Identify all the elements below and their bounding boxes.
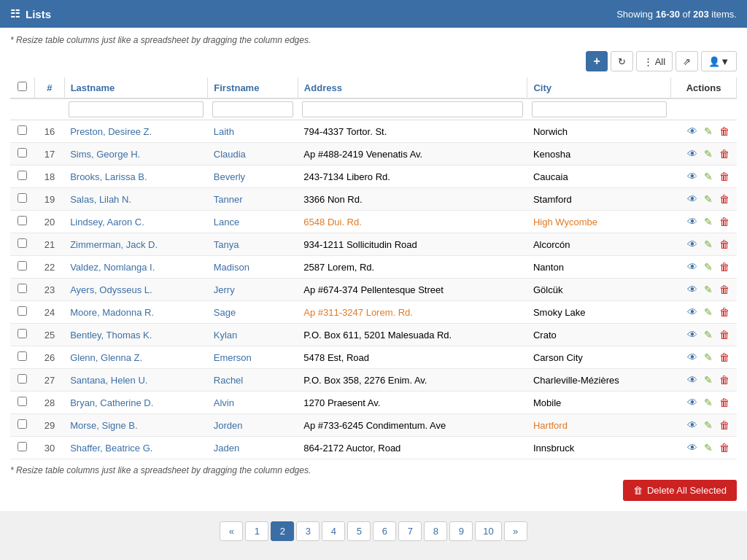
pagination-page-5[interactable]: 5 bbox=[347, 521, 371, 541]
filter-firstname-cell[interactable] bbox=[208, 98, 298, 120]
view-icon[interactable]: 👁 bbox=[686, 328, 699, 341]
pagination-page-1[interactable]: 1 bbox=[245, 521, 268, 541]
edit-icon[interactable]: ✎ bbox=[703, 283, 714, 296]
view-icon[interactable]: 👁 bbox=[686, 147, 699, 160]
row-checkbox[interactable] bbox=[18, 284, 27, 293]
city-filter-input[interactable] bbox=[532, 101, 667, 117]
row-lastname[interactable]: Brooks, Larissa B. bbox=[64, 166, 208, 188]
row-lastname[interactable]: Preston, Desiree Z. bbox=[64, 120, 208, 143]
pagination-page-8[interactable]: 8 bbox=[424, 521, 447, 541]
filter-address-cell[interactable] bbox=[298, 98, 527, 120]
delete-icon[interactable]: 🗑 bbox=[718, 215, 731, 228]
edit-icon[interactable]: ✎ bbox=[703, 147, 714, 160]
row-firstname[interactable]: Tanya bbox=[208, 233, 298, 256]
row-firstname[interactable]: Alvin bbox=[208, 392, 298, 414]
row-checkbox[interactable] bbox=[18, 306, 27, 316]
row-checkbox[interactable] bbox=[18, 419, 27, 429]
row-lastname[interactable]: Santana, Helen U. bbox=[64, 369, 208, 392]
row-checkbox[interactable] bbox=[18, 374, 27, 384]
edit-icon[interactable]: ✎ bbox=[703, 238, 714, 251]
delete-icon[interactable]: 🗑 bbox=[718, 192, 731, 206]
view-icon[interactable]: 👁 bbox=[686, 170, 699, 183]
delete-icon[interactable]: 🗑 bbox=[718, 396, 731, 409]
row-lastname[interactable]: Morse, Signe B. bbox=[64, 414, 208, 437]
row-firstname[interactable]: Claudia bbox=[208, 143, 298, 166]
delete-icon[interactable]: 🗑 bbox=[718, 351, 731, 364]
view-icon[interactable]: 👁 bbox=[686, 125, 699, 138]
pagination-prev[interactable]: « bbox=[220, 521, 243, 541]
filter-lastname-cell[interactable] bbox=[64, 98, 208, 120]
delete-icon[interactable]: 🗑 bbox=[718, 306, 731, 319]
row-firstname[interactable]: Madison bbox=[208, 256, 298, 279]
row-checkbox[interactable] bbox=[18, 148, 27, 158]
edit-icon[interactable]: ✎ bbox=[703, 125, 714, 138]
row-lastname[interactable]: Zimmerman, Jack D. bbox=[64, 233, 208, 256]
delete-icon[interactable]: 🗑 bbox=[718, 125, 731, 138]
delete-icon[interactable]: 🗑 bbox=[718, 170, 731, 183]
delete-icon[interactable]: 🗑 bbox=[718, 441, 731, 454]
address-filter-input[interactable] bbox=[302, 101, 523, 117]
refresh-button[interactable]: ↻ bbox=[611, 51, 633, 71]
pagination-page-10[interactable]: 10 bbox=[475, 521, 501, 541]
row-firstname[interactable]: Jaden bbox=[208, 437, 298, 459]
view-icon[interactable]: 👁 bbox=[686, 373, 699, 386]
select-all-checkbox[interactable] bbox=[18, 82, 27, 91]
row-firstname[interactable]: Jerry bbox=[208, 279, 298, 301]
row-lastname[interactable]: Glenn, Glenna Z. bbox=[64, 346, 208, 369]
user-menu-button[interactable]: 👤▼ bbox=[701, 51, 737, 71]
delete-icon[interactable]: 🗑 bbox=[718, 373, 731, 386]
edit-icon[interactable]: ✎ bbox=[703, 351, 714, 364]
row-checkbox[interactable] bbox=[18, 216, 27, 225]
row-firstname[interactable]: Sage bbox=[208, 301, 298, 324]
delete-all-button[interactable]: 🗑 Delete All Selected bbox=[623, 480, 737, 501]
view-icon[interactable]: 👁 bbox=[686, 396, 699, 409]
row-checkbox[interactable] bbox=[18, 329, 27, 338]
row-checkbox[interactable] bbox=[18, 238, 27, 248]
lastname-filter-input[interactable] bbox=[69, 101, 204, 117]
pagination-page-6[interactable]: 6 bbox=[373, 521, 396, 541]
edit-icon[interactable]: ✎ bbox=[703, 328, 714, 341]
row-lastname[interactable]: Bryan, Catherine D. bbox=[64, 392, 208, 414]
pagination-page-9[interactable]: 9 bbox=[449, 521, 473, 541]
firstname-filter-input[interactable] bbox=[212, 101, 294, 117]
delete-icon[interactable]: 🗑 bbox=[718, 328, 731, 341]
view-icon[interactable]: 👁 bbox=[686, 283, 699, 296]
delete-icon[interactable]: 🗑 bbox=[718, 419, 731, 432]
row-checkbox[interactable] bbox=[18, 261, 27, 271]
row-address[interactable]: Ap #311-3247 Lorem. Rd. bbox=[298, 301, 527, 324]
edit-icon[interactable]: ✎ bbox=[703, 441, 714, 454]
row-firstname[interactable]: Beverly bbox=[208, 166, 298, 188]
delete-icon[interactable]: 🗑 bbox=[718, 260, 731, 273]
row-lastname[interactable]: Valdez, Nomlanga I. bbox=[64, 256, 208, 279]
firstname-header[interactable]: Firstname bbox=[208, 77, 298, 98]
pagination-page-2[interactable]: 2 bbox=[271, 521, 294, 541]
pagination-page-7[interactable]: 7 bbox=[398, 521, 422, 541]
delete-icon[interactable]: 🗑 bbox=[718, 147, 731, 160]
row-lastname[interactable]: Shaffer, Beatrice G. bbox=[64, 437, 208, 459]
row-lastname[interactable]: Salas, Lilah N. bbox=[64, 188, 208, 211]
view-icon[interactable]: 👁 bbox=[686, 238, 699, 251]
row-firstname[interactable]: Kylan bbox=[208, 324, 298, 346]
row-firstname[interactable]: Jorden bbox=[208, 414, 298, 437]
row-firstname[interactable]: Lance bbox=[208, 211, 298, 233]
view-icon[interactable]: 👁 bbox=[686, 260, 699, 273]
view-icon[interactable]: 👁 bbox=[686, 215, 699, 228]
view-icon[interactable]: 👁 bbox=[686, 419, 699, 432]
row-firstname[interactable]: Emerson bbox=[208, 346, 298, 369]
city-header[interactable]: City bbox=[527, 77, 671, 98]
filter-city-cell[interactable] bbox=[527, 98, 671, 120]
edit-icon[interactable]: ✎ bbox=[703, 260, 714, 273]
pagination-page-3[interactable]: 3 bbox=[296, 521, 320, 541]
edit-icon[interactable]: ✎ bbox=[703, 396, 714, 409]
edit-icon[interactable]: ✎ bbox=[703, 419, 714, 432]
add-button[interactable]: + bbox=[586, 51, 607, 71]
row-lastname[interactable]: Moore, Madonna R. bbox=[64, 301, 208, 324]
row-checkbox[interactable] bbox=[18, 125, 27, 135]
row-lastname[interactable]: Bentley, Thomas K. bbox=[64, 324, 208, 346]
address-header[interactable]: Address bbox=[298, 77, 527, 98]
row-city[interactable]: High Wycombe bbox=[527, 211, 671, 233]
row-lastname[interactable]: Sims, George H. bbox=[64, 143, 208, 166]
row-firstname[interactable]: Laith bbox=[208, 120, 298, 143]
row-firstname[interactable]: Tanner bbox=[208, 188, 298, 211]
edit-icon[interactable]: ✎ bbox=[703, 192, 714, 206]
